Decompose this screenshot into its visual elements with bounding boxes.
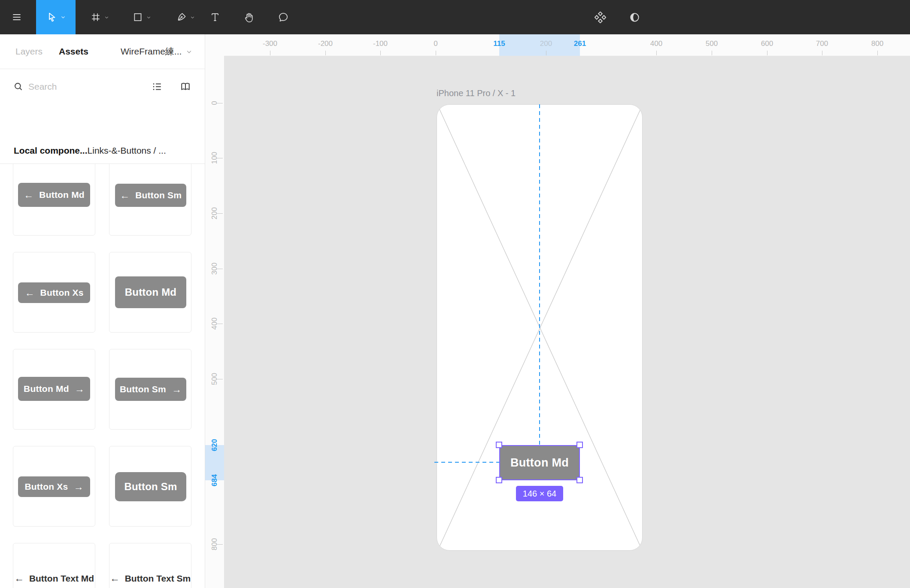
- list-view-icon[interactable]: [151, 81, 163, 93]
- component-card-button-sm-right[interactable]: Button Sm →: [109, 349, 191, 430]
- frame-title[interactable]: iPhone 11 Pro / X - 1: [437, 88, 516, 98]
- library-selector[interactable]: WireFrame練...: [121, 34, 192, 69]
- selection-handle-bottom-left[interactable]: [496, 477, 502, 483]
- chevron-down-icon: [190, 15, 195, 20]
- tab-layers[interactable]: Layers: [15, 34, 42, 69]
- sidebar-tabs: Layers Assets WireFrame練...: [0, 34, 205, 69]
- design-canvas[interactable]: iPhone 11 Pro / X - 1 Button Md 146 × 64: [224, 56, 910, 588]
- components-section-header: Local compone...Links-&-Buttons / ...: [0, 104, 205, 164]
- component-label: Button Xs: [40, 288, 84, 298]
- contrast-icon: [629, 12, 640, 23]
- arrow-right-icon: →: [75, 384, 85, 394]
- component-preview: ← Button Text Md: [13, 573, 95, 584]
- size-badge: 146 × 64: [516, 486, 563, 501]
- component-card-button-xs-right[interactable]: Button Xs →: [13, 446, 95, 527]
- ruler-selection-label: 684: [210, 471, 219, 490]
- component-path-label: Links-&-Buttons / ...: [88, 145, 166, 155]
- components-panel-button[interactable]: [586, 0, 614, 34]
- horizontal-ruler: -300 -200 -100 0 115 200 261 400 500 600…: [206, 34, 910, 56]
- component-preview: Button Md →: [18, 377, 90, 401]
- library-book-icon[interactable]: [179, 81, 191, 93]
- selection-handle-bottom-right[interactable]: [576, 477, 583, 483]
- search-icon: [13, 81, 24, 92]
- hand-icon: [243, 12, 255, 23]
- component-label: Button Text Sm: [125, 573, 191, 584]
- arrow-right-icon: →: [73, 482, 83, 492]
- component-label: Button Sm: [120, 384, 166, 394]
- selected-button-label: Button Md: [510, 456, 569, 470]
- comment-tool-button[interactable]: [270, 0, 297, 34]
- ruler-corner: [205, 34, 224, 56]
- text-tool-button[interactable]: [202, 0, 228, 34]
- component-card-button-md-solid[interactable]: Button Md: [109, 252, 191, 333]
- arrow-left-icon: ←: [24, 190, 33, 200]
- tab-assets[interactable]: Assets: [59, 34, 88, 69]
- ruler-selection-label: 261: [574, 34, 586, 56]
- search-input[interactable]: [28, 78, 136, 96]
- component-label: Button Xs: [24, 482, 68, 492]
- pen-tool-button[interactable]: [164, 0, 207, 34]
- component-preview: ← Button Sm: [115, 184, 186, 207]
- component-preview: ← Button Md: [18, 183, 90, 207]
- chevron-down-icon: [61, 15, 66, 20]
- component-preview: Button Md: [115, 276, 186, 308]
- component-preview: Button Sm: [115, 472, 186, 501]
- text-icon: [209, 12, 221, 23]
- component-label: Button Md: [24, 384, 69, 394]
- search-row: [0, 69, 205, 104]
- components-icon: [595, 12, 606, 23]
- component-card-button-text-sm[interactable]: ← Button Text Sm: [109, 543, 191, 588]
- left-sidebar: Layers Assets WireFrame練...: [0, 34, 205, 588]
- alignment-guide-horizontal: [434, 462, 499, 463]
- rectangle-icon: [132, 12, 143, 23]
- shape-tool-button[interactable]: [121, 0, 162, 34]
- move-cursor-icon: [46, 12, 58, 23]
- contrast-theme-button[interactable]: [621, 0, 648, 34]
- arrow-left-icon: ←: [14, 573, 24, 584]
- component-preview: Button Sm →: [115, 378, 186, 401]
- hamburger-menu-icon: [11, 12, 22, 23]
- vertical-ruler: 0 100 200 300 400 500 620 684 800: [205, 56, 224, 588]
- pen-icon: [176, 12, 187, 23]
- component-card-button-text-md[interactable]: ← Button Text Md: [13, 543, 95, 588]
- size-badge-text: 146 × 64: [523, 489, 556, 499]
- comment-bubble-icon: [278, 12, 289, 23]
- frame-tool-button[interactable]: [79, 0, 120, 34]
- component-label: Button Text Md: [29, 573, 94, 584]
- component-card-button-sm-left[interactable]: ← Button Sm: [109, 164, 191, 236]
- arrow-left-icon: ←: [110, 573, 120, 584]
- chevron-down-icon: [104, 15, 109, 20]
- main-menu-button[interactable]: [4, 0, 29, 34]
- alignment-guide-vertical: [539, 104, 540, 445]
- breadcrumb: Local compone...Links-&-Buttons / ...: [14, 145, 198, 156]
- chevron-down-icon: [146, 15, 151, 20]
- arrow-left-icon: ←: [24, 288, 34, 298]
- arrow-right-icon: →: [172, 385, 182, 394]
- ruler-selection-label: 620: [210, 436, 219, 455]
- component-label: Button Sm: [124, 481, 177, 493]
- component-card-button-md-right[interactable]: Button Md →: [13, 349, 95, 430]
- selected-button-md[interactable]: Button Md: [499, 445, 580, 480]
- component-preview: ← Button Text Sm: [109, 573, 191, 584]
- ruler-selection-label: 115: [493, 34, 505, 56]
- selection-handle-top-left[interactable]: [496, 442, 502, 448]
- library-selector-label: WireFrame練...: [121, 45, 182, 58]
- component-label: Button Md: [125, 286, 176, 298]
- frame-grid-icon: [90, 12, 101, 23]
- move-tool-button[interactable]: [36, 0, 76, 34]
- component-grid: ← Button Md ← Button Sm ← Button Xs B: [0, 164, 205, 588]
- toolbar: [0, 0, 910, 34]
- component-card-button-md-left[interactable]: ← Button Md: [13, 164, 95, 236]
- selection-handle-top-right[interactable]: [576, 442, 583, 448]
- component-card-button-xs-left[interactable]: ← Button Xs: [13, 252, 95, 333]
- component-label: Button Sm: [135, 190, 182, 200]
- component-label: Button Md: [39, 190, 85, 200]
- local-components-label: Local compone...: [14, 145, 88, 155]
- hand-tool-button[interactable]: [235, 0, 263, 34]
- component-preview: Button Xs →: [18, 476, 90, 497]
- component-card-button-sm-solid[interactable]: Button Sm: [109, 446, 191, 527]
- chevron-down-icon: [186, 48, 192, 55]
- arrow-left-icon: ←: [120, 191, 130, 200]
- component-preview: ← Button Xs: [18, 282, 90, 303]
- figma-window: Layers Assets WireFrame練...: [0, 0, 910, 588]
